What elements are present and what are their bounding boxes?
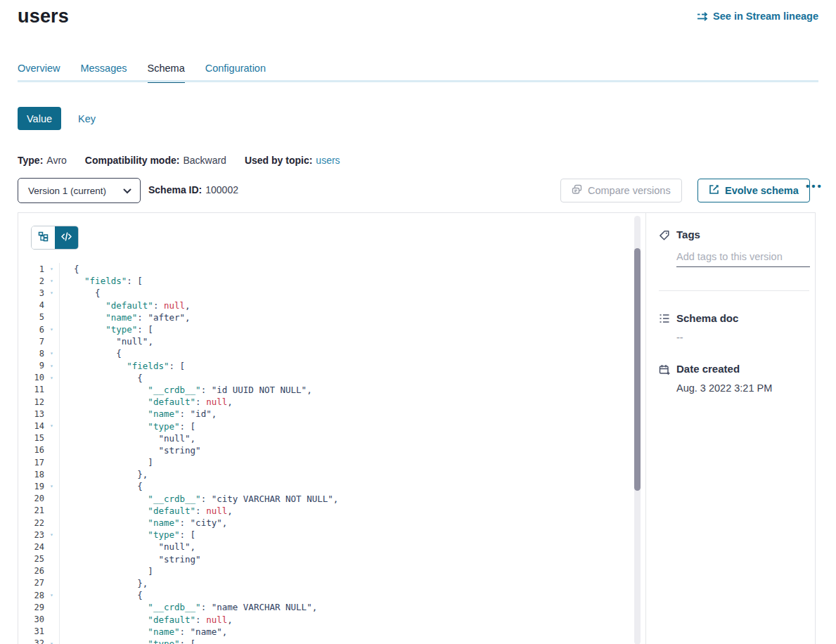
topic-link[interactable]: users xyxy=(316,155,340,166)
code-text: "string" xyxy=(60,445,201,456)
code-view-button[interactable] xyxy=(55,226,78,249)
code-line: 3▾ { xyxy=(18,287,630,299)
line-number: 2 xyxy=(18,276,44,286)
compatibility-value: Backward xyxy=(183,155,226,166)
code-text: "fields": [ xyxy=(60,361,185,371)
line-number: 22 xyxy=(18,518,44,528)
fold-gutter xyxy=(44,626,60,638)
tree-view-button[interactable] xyxy=(32,226,55,249)
chevron-down-icon xyxy=(123,186,131,196)
code-text: ] xyxy=(60,566,153,577)
fold-toggle-icon[interactable]: ▾ xyxy=(44,638,60,644)
code-text: "__crdb__": "city VARCHAR NOT NULL", xyxy=(60,494,338,504)
code-text: }, xyxy=(60,469,148,479)
code-line: 6▾ "type": [ xyxy=(18,323,630,335)
evolve-schema-label: Evolve schema xyxy=(725,185,799,196)
code-line: 24 "null", xyxy=(18,541,630,553)
fold-toggle-icon[interactable]: ▾ xyxy=(44,347,60,359)
date-created-title: Date created xyxy=(676,363,772,375)
code-text: "name": "city", xyxy=(60,517,227,528)
fold-gutter xyxy=(44,396,60,408)
fold-toggle-icon[interactable]: ▾ xyxy=(44,420,60,432)
compatibility-label: Compatibility mode: xyxy=(85,155,180,166)
more-options-button[interactable]: ••• xyxy=(806,180,823,192)
fold-gutter xyxy=(44,541,60,553)
code-line: 2▾ "fields": [ xyxy=(18,275,630,287)
tag-icon xyxy=(659,228,676,267)
line-number: 24 xyxy=(18,542,44,552)
schema-card: 1▾{2▾ "fields": [3▾ {4 "default": null,5… xyxy=(18,212,816,644)
code-text: { xyxy=(60,264,79,274)
line-number: 21 xyxy=(18,505,44,515)
compatibility-field: Compatibility mode:Backward xyxy=(85,155,226,166)
schema-side-panel: Tags Schema doc -- xyxy=(645,213,816,644)
fold-toggle-icon[interactable]: ▾ xyxy=(44,372,60,384)
code-line: 5 "name": "after", xyxy=(18,311,630,323)
fold-toggle-icon[interactable]: ▾ xyxy=(44,360,60,372)
code-text: "default": null, xyxy=(60,614,233,625)
schema-doc-title: Schema doc xyxy=(676,312,738,324)
line-number: 32 xyxy=(18,638,44,644)
code-text: { xyxy=(60,373,143,383)
editor-scrollbar-track[interactable] xyxy=(634,216,641,644)
line-number: 4 xyxy=(18,300,44,310)
line-number: 6 xyxy=(18,325,44,335)
value-key-segment: Value Key xyxy=(18,107,96,130)
fold-gutter xyxy=(44,493,60,505)
see-in-stream-lineage-link[interactable]: See in Stream lineage xyxy=(697,11,818,22)
line-number: 23 xyxy=(18,530,44,540)
code-line: 14▾ "type": [ xyxy=(18,420,630,432)
key-toggle-link[interactable]: Key xyxy=(78,113,96,124)
code-text: "string" xyxy=(60,554,201,565)
code-line: 26 ] xyxy=(18,565,630,577)
code-text: }, xyxy=(60,578,148,588)
fold-toggle-icon[interactable]: ▾ xyxy=(44,323,60,335)
evolve-schema-icon xyxy=(709,184,719,197)
code-text: { xyxy=(60,348,122,359)
schema-code-view[interactable]: 1▾{2▾ "fields": [3▾ {4 "default": null,5… xyxy=(18,263,630,644)
line-number: 29 xyxy=(18,603,44,612)
tree-view-icon xyxy=(38,231,49,245)
fold-toggle-icon[interactable]: ▾ xyxy=(44,529,60,541)
code-line: 25 "string" xyxy=(18,553,630,565)
code-line: 20 "__crdb__": "city VARCHAR NOT NULL", xyxy=(18,493,630,505)
fold-gutter xyxy=(44,468,60,480)
schema-id-field: Schema ID:100002 xyxy=(148,184,238,195)
version-select[interactable]: Version 1 (current) xyxy=(18,178,141,203)
line-number: 13 xyxy=(18,409,44,419)
fold-toggle-icon[interactable]: ▾ xyxy=(44,589,60,601)
evolve-schema-button[interactable]: Evolve schema xyxy=(697,179,810,202)
line-number: 11 xyxy=(18,385,44,394)
date-created-section: Date created Aug. 3 2022 3:21 PM xyxy=(646,363,816,394)
code-text: "name": "id", xyxy=(60,408,217,419)
date-created-content: Date created Aug. 3 2022 3:21 PM xyxy=(676,363,772,394)
calendar-plus-icon xyxy=(659,363,676,394)
code-line: 13 "name": "id", xyxy=(18,408,630,420)
line-number: 10 xyxy=(18,373,44,382)
value-toggle-button[interactable]: Value xyxy=(18,107,61,130)
code-text: { xyxy=(60,590,143,600)
list-icon xyxy=(659,312,676,343)
line-number: 18 xyxy=(18,470,44,479)
type-label: Type: xyxy=(18,155,43,166)
fold-toggle-icon[interactable]: ▾ xyxy=(44,480,60,492)
code-line: 15 "null", xyxy=(18,432,630,444)
code-line: 11 "__crdb__": "id UUID NOT NULL", xyxy=(18,384,630,396)
compare-versions-button[interactable]: Compare versions xyxy=(560,179,682,202)
editor-scrollbar-thumb[interactable] xyxy=(634,248,641,491)
add-tags-input[interactable] xyxy=(676,250,810,267)
fold-toggle-icon[interactable]: ▾ xyxy=(44,275,60,287)
code-view-icon xyxy=(61,231,72,244)
line-number: 26 xyxy=(18,566,44,576)
fold-toggle-icon[interactable]: ▾ xyxy=(44,287,60,299)
code-line: 19▾ { xyxy=(18,480,630,492)
fold-gutter xyxy=(44,311,60,323)
line-number: 12 xyxy=(18,397,44,407)
fold-toggle-icon[interactable]: ▾ xyxy=(44,263,60,275)
type-field: Type:Avro xyxy=(18,155,67,166)
code-text: "default": null, xyxy=(60,300,191,311)
code-line: 10▾ { xyxy=(18,372,630,384)
code-line: 30 "default": null, xyxy=(18,613,630,625)
line-number: 14 xyxy=(18,421,44,431)
code-line: 31 "name": "name", xyxy=(18,626,630,638)
